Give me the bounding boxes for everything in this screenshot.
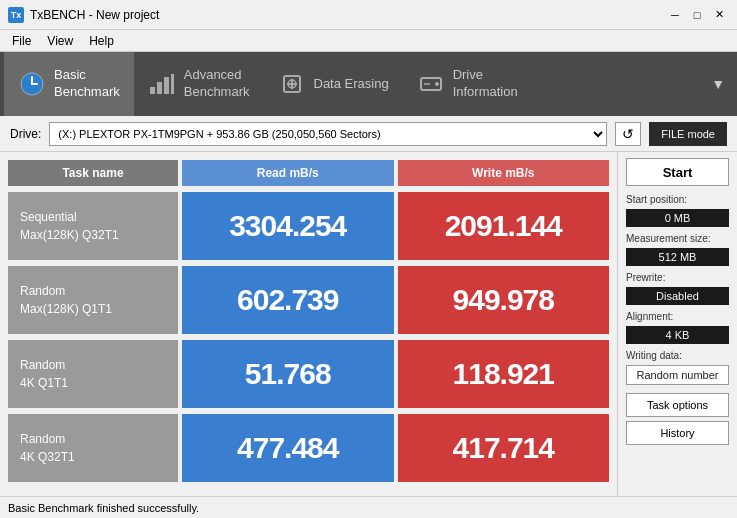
menu-bar: File View Help [0, 30, 737, 52]
svg-rect-1 [150, 87, 155, 94]
table-row: SequentialMax(128K) Q32T1 3304.254 2091.… [8, 192, 609, 260]
row-0-write: 2091.144 [398, 192, 610, 260]
basic-benchmark-icon [18, 70, 46, 98]
drive-refresh-button[interactable]: ↺ [615, 122, 641, 146]
tab-data-erasing[interactable]: Data Erasing [264, 52, 403, 116]
menu-view[interactable]: View [39, 32, 81, 50]
advanced-benchmark-icon [148, 70, 176, 98]
svg-rect-3 [164, 77, 169, 94]
start-button[interactable]: Start [626, 158, 729, 186]
row-3-name: Random4K Q32T1 [8, 414, 178, 482]
col-header-task-name: Task name [8, 160, 178, 186]
data-erasing-label: Data Erasing [314, 76, 389, 93]
advanced-benchmark-label: AdvancedBenchmark [184, 67, 250, 101]
benchmark-table: Task name Read mB/s Write mB/s Sequentia… [0, 152, 617, 496]
history-button[interactable]: History [626, 421, 729, 445]
data-erasing-icon [278, 70, 306, 98]
file-mode-button[interactable]: FILE mode [649, 122, 727, 146]
row-1-write: 949.978 [398, 266, 610, 334]
drive-information-label: DriveInformation [453, 67, 518, 101]
table-row: Random4K Q32T1 477.484 417.714 [8, 414, 609, 482]
close-button[interactable]: ✕ [709, 6, 729, 24]
table-row: Random4K Q1T1 51.768 118.921 [8, 340, 609, 408]
drive-label: Drive: [10, 127, 41, 141]
svg-point-10 [435, 82, 439, 86]
row-1-read: 602.739 [182, 266, 394, 334]
drive-information-icon [417, 70, 445, 98]
row-0-read: 3304.254 [182, 192, 394, 260]
measurement-size-value: 512 MB [626, 248, 729, 266]
basic-benchmark-label: BasicBenchmark [54, 67, 120, 101]
start-position-value: 0 MB [626, 209, 729, 227]
prewrite-label: Prewrite: [626, 272, 729, 283]
row-3-write: 417.714 [398, 414, 610, 482]
row-2-name: Random4K Q1T1 [8, 340, 178, 408]
row-1-name: RandomMax(128K) Q1T1 [8, 266, 178, 334]
writing-data-label: Writing data: [626, 350, 729, 361]
row-2-read: 51.768 [182, 340, 394, 408]
alignment-label: Alignment: [626, 311, 729, 322]
task-options-button[interactable]: Task options [626, 393, 729, 417]
row-0-name: SequentialMax(128K) Q32T1 [8, 192, 178, 260]
prewrite-value: Disabled [626, 287, 729, 305]
start-position-label: Start position: [626, 194, 729, 205]
maximize-button[interactable]: □ [687, 6, 707, 24]
drive-select[interactable]: (X:) PLEXTOR PX-1TM9PGN + 953.86 GB (250… [49, 122, 607, 146]
menu-file[interactable]: File [4, 32, 39, 50]
writing-data-value: Random number [626, 365, 729, 385]
main-area: Task name Read mB/s Write mB/s Sequentia… [0, 152, 737, 496]
status-bar: Basic Benchmark finished successfully. [0, 496, 737, 518]
col-header-read: Read mB/s [182, 160, 394, 186]
title-bar-controls: ─ □ ✕ [665, 6, 729, 24]
toolbar-dropdown-arrow[interactable]: ▼ [703, 76, 733, 92]
svg-rect-4 [171, 74, 174, 94]
right-panel: Start Start position: 0 MB Measurement s… [617, 152, 737, 496]
minimize-button[interactable]: ─ [665, 6, 685, 24]
app-icon: Tx [8, 7, 24, 23]
row-3-read: 477.484 [182, 414, 394, 482]
tab-advanced-benchmark[interactable]: AdvancedBenchmark [134, 52, 264, 116]
measurement-size-label: Measurement size: [626, 233, 729, 244]
svg-rect-2 [157, 82, 162, 94]
menu-help[interactable]: Help [81, 32, 122, 50]
toolbar: BasicBenchmark AdvancedBenchmark Data Er… [0, 52, 737, 116]
drive-bar: Drive: (X:) PLEXTOR PX-1TM9PGN + 953.86 … [0, 116, 737, 152]
alignment-value: 4 KB [626, 326, 729, 344]
title-bar-left: Tx TxBENCH - New project [8, 7, 159, 23]
tab-basic-benchmark[interactable]: BasicBenchmark [4, 52, 134, 116]
col-header-write: Write mB/s [398, 160, 610, 186]
table-row: RandomMax(128K) Q1T1 602.739 949.978 [8, 266, 609, 334]
row-2-write: 118.921 [398, 340, 610, 408]
status-text: Basic Benchmark finished successfully. [8, 502, 199, 514]
title-bar: Tx TxBENCH - New project ─ □ ✕ [0, 0, 737, 30]
window-title: TxBENCH - New project [30, 8, 159, 22]
table-header: Task name Read mB/s Write mB/s [8, 160, 609, 186]
tab-drive-information[interactable]: DriveInformation [403, 52, 532, 116]
